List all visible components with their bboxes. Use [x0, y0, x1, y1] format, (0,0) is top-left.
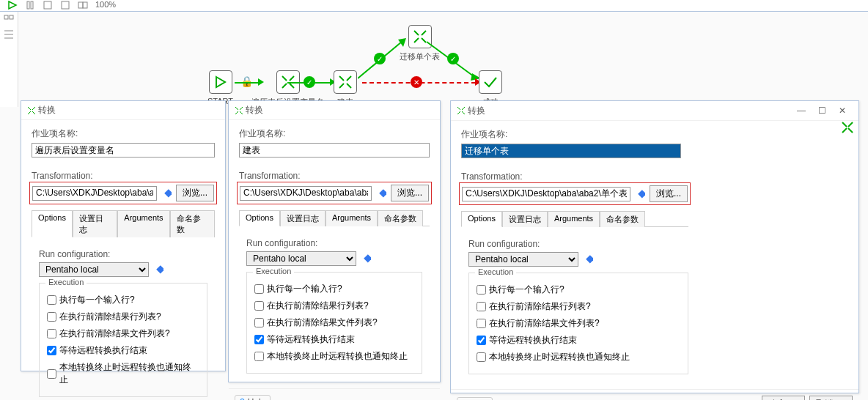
help-button[interactable]: ?Help — [235, 395, 271, 400]
tab-log[interactable]: 设置日志 — [280, 210, 326, 226]
var-icon[interactable] — [153, 264, 163, 275]
pause-icon[interactable] — [25, 0, 35, 10]
svg-rect-40 — [364, 254, 371, 262]
cb-clear-files[interactable] — [47, 329, 56, 338]
svg-line-24 — [422, 31, 426, 35]
var-icon[interactable] — [161, 188, 172, 199]
collapse-icon[interactable] — [841, 121, 854, 134]
tab-log[interactable]: 设置日志 — [73, 210, 117, 237]
svg-rect-4 — [62, 1, 69, 9]
cb-notify-remote[interactable] — [477, 352, 486, 362]
svg-line-31 — [28, 111, 31, 114]
toolbar: 100% — [0, 0, 868, 12]
svg-line-47 — [842, 128, 847, 133]
tab-options[interactable]: Options — [239, 210, 280, 226]
browse-button[interactable]: 浏览... — [650, 185, 688, 202]
flow-canvas[interactable]: START 🔒 遍历表后设置变量名 ✓ 建表 ✓ 迁移单个表 ✓ ✕ 成功 — [0, 12, 868, 100]
svg-line-13 — [282, 76, 287, 81]
svg-line-41 — [457, 107, 460, 110]
dialog-title: 转换 — [246, 104, 263, 116]
tab-arguments[interactable]: Arguments — [117, 210, 169, 237]
browse-button[interactable]: 浏览... — [176, 185, 214, 201]
tab-log[interactable]: 设置日志 — [502, 211, 548, 227]
cb-clear-rows[interactable] — [477, 302, 486, 311]
transform-icon — [27, 106, 36, 115]
dialog-transform-3[interactable]: 转换 — ☐ ✕ 作业项名称: Transformation: 浏览... Op… — [450, 100, 859, 393]
cb-each-row[interactable] — [477, 285, 486, 295]
jobname-input[interactable] — [32, 143, 215, 158]
close-button[interactable]: ✕ — [832, 104, 853, 117]
tab-params[interactable]: 命名参数 — [378, 210, 423, 226]
jobname-label: 作业项名称: — [461, 128, 848, 141]
jobname-label: 作业项名称: — [239, 127, 430, 140]
jobname-input[interactable] — [461, 144, 681, 158]
tabs: Options 设置日志 Arguments 命名参数 — [461, 210, 688, 227]
cb-each-row[interactable] — [254, 284, 264, 294]
svg-line-17 — [339, 76, 344, 81]
runcfg-select[interactable]: Pentaho local — [246, 251, 356, 266]
maximize-button[interactable]: ☐ — [812, 104, 832, 117]
cb-wait-remote[interactable] — [254, 335, 264, 344]
runcfg-select[interactable]: Pentaho local — [39, 262, 149, 277]
tab-arguments[interactable]: Arguments — [326, 210, 378, 226]
toolbar-icon[interactable] — [60, 0, 70, 10]
cb-clear-files[interactable] — [477, 319, 486, 328]
exec-title: Execution — [45, 278, 87, 286]
cancel-button[interactable]: 取消(C) — [809, 396, 853, 400]
tab-params[interactable]: 命名参数 — [600, 211, 645, 227]
check-icon: ✓ — [447, 53, 459, 64]
svg-line-20 — [347, 84, 351, 88]
cb-wait-remote[interactable] — [47, 346, 56, 355]
tabs: Options 设置日志 Arguments 命名参数 — [239, 210, 430, 226]
help-button[interactable]: ?Help — [457, 397, 493, 401]
toolbar-icon[interactable] — [78, 0, 88, 10]
var-icon[interactable] — [583, 254, 593, 264]
svg-rect-3 — [44, 1, 51, 9]
svg-line-16 — [290, 84, 294, 88]
svg-line-43 — [457, 111, 460, 114]
tab-options[interactable]: Options — [461, 211, 502, 227]
cb-each-row[interactable] — [47, 295, 56, 305]
tab-params[interactable]: 命名参数 — [170, 210, 215, 237]
minimize-button[interactable]: — — [791, 104, 812, 117]
svg-rect-50 — [586, 255, 593, 263]
cb-clear-rows[interactable] — [254, 301, 264, 311]
zoom-level[interactable]: 100% — [95, 0, 116, 11]
dialog-title: 转换 — [468, 105, 485, 117]
cb-clear-rows[interactable] — [47, 312, 56, 322]
svg-rect-49 — [638, 190, 645, 198]
cb-wait-remote[interactable] — [477, 336, 486, 345]
trans-path-input[interactable] — [32, 186, 157, 201]
svg-line-42 — [462, 107, 465, 110]
check-icon: ✓ — [304, 76, 315, 88]
browse-button[interactable]: 浏览... — [391, 185, 429, 201]
run-icon[interactable] — [7, 0, 18, 10]
ok-button[interactable]: 确定(O) — [762, 396, 805, 400]
dialog-transform-2[interactable]: 转换 作业项名称: Transformation: 浏览... Options … — [228, 100, 441, 382]
svg-line-15 — [282, 84, 287, 88]
stop-icon[interactable] — [43, 0, 53, 10]
dialog-transform-1[interactable]: 转换 作业项名称: Transformation: 浏览... Options … — [21, 100, 226, 371]
runcfg-select[interactable]: Pentaho local — [468, 252, 578, 267]
var-icon[interactable] — [361, 253, 371, 264]
svg-line-44 — [462, 111, 465, 114]
svg-line-18 — [347, 76, 351, 81]
trans-path-input[interactable] — [462, 187, 630, 201]
var-icon[interactable] — [376, 188, 386, 199]
svg-rect-33 — [164, 189, 172, 197]
tab-options[interactable]: Options — [32, 210, 73, 237]
jobname-input[interactable] — [239, 143, 430, 158]
var-icon[interactable] — [635, 189, 645, 199]
svg-rect-39 — [379, 189, 386, 197]
cb-notify-remote[interactable] — [254, 352, 264, 361]
play-icon — [214, 75, 227, 89]
trans-label: Transformation: — [32, 171, 215, 181]
tabs: Options 设置日志 Arguments 命名参数 — [32, 210, 215, 237]
tab-arguments[interactable]: Arguments — [548, 211, 600, 227]
trans-label: Transformation: — [461, 171, 848, 182]
cb-clear-files[interactable] — [254, 318, 264, 327]
check-icon: ✓ — [374, 53, 386, 64]
runcfg-label: Run configuration: — [468, 239, 841, 249]
trans-path-input[interactable] — [240, 186, 372, 201]
cb-notify-remote[interactable] — [47, 369, 56, 379]
